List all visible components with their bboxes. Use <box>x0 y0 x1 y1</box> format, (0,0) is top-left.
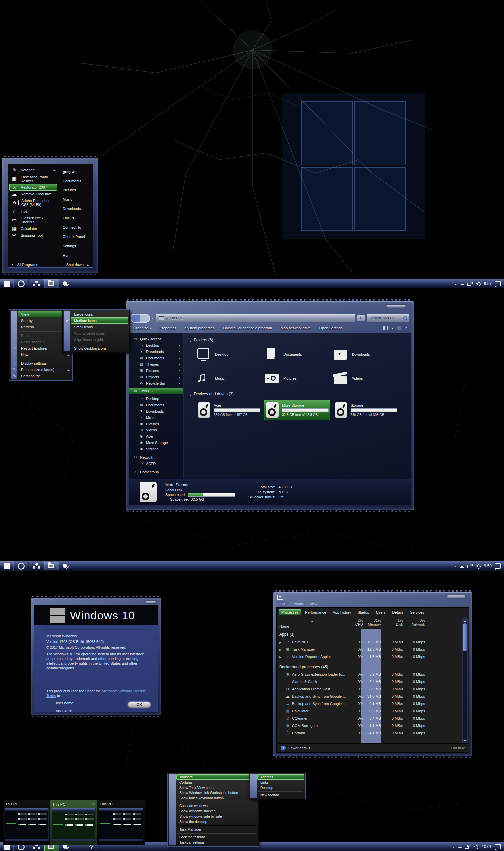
process-row[interactable]: ▦Calculator0%0.5 MB0 MB/s0 Mbps <box>280 707 462 715</box>
window-controls[interactable] <box>386 305 406 308</box>
taskbar-explorer-button[interactable] <box>44 279 58 288</box>
tray-expand-icon[interactable] <box>455 282 457 286</box>
start-item-photoshop[interactable]: PsAdobe Photoshop CS5 (64 Bit) <box>9 197 57 208</box>
process-row[interactable]: ◔Alarms & Clock0%0.4 MB0 MB/s0 Mbps <box>280 678 462 686</box>
process-row[interactable]: ▣Task Manager0%12.3 MB0 MB/s0 Mbps <box>280 645 462 653</box>
menu-item-task-manager[interactable]: Task Manager <box>176 827 257 832</box>
speaker-icon[interactable] <box>476 282 481 286</box>
refresh-button[interactable]: ↻ <box>358 315 365 321</box>
clock[interactable]: 9:59 <box>484 564 492 568</box>
folder-tile-documents[interactable]: Documents <box>264 346 332 363</box>
sidebar-network[interactable]: ⚇Network <box>129 454 183 460</box>
action-center-icon[interactable] <box>495 281 501 286</box>
taskbar-chrome-button[interactable] <box>14 562 29 570</box>
tab-app-history[interactable]: App history <box>330 609 354 615</box>
menu-item-touch-keyboard[interactable]: Show touch keyboard button <box>176 796 257 801</box>
menu-item-small-icons[interactable]: Small icons <box>71 324 128 330</box>
taskbar-app-button[interactable] <box>29 279 44 288</box>
open-settings-button[interactable]: Open Settings <box>319 326 343 330</box>
group-header-background[interactable]: Background processes (45) <box>280 663 462 671</box>
search-icon[interactable] <box>403 317 407 320</box>
menu-item-personalize[interactable]: ✎Personalize <box>18 373 71 379</box>
sidebar-network-acer[interactable]: ▭ACER <box>129 460 183 467</box>
ok-button[interactable]: OK <box>128 702 150 708</box>
onedrive-cloud-icon[interactable]: ☁ <box>460 564 465 569</box>
taskbar-chrome-button[interactable] <box>14 279 29 288</box>
start-item-calculator[interactable]: ▦Calculator <box>9 225 57 232</box>
process-row[interactable]: ☁Backup and Sync from Google ...0%0.1 MB… <box>280 700 462 707</box>
menu-item-lock-taskbar[interactable]: Lock the taskbar <box>176 834 257 840</box>
expand-arrow-icon[interactable] <box>280 640 285 644</box>
network-icon[interactable] <box>467 564 473 568</box>
drive-tile-acer[interactable]: Acer 334 GB free of 457 GB <box>196 400 262 420</box>
speaker-icon[interactable] <box>473 845 479 849</box>
tab-processes[interactable]: Processes <box>279 609 301 615</box>
menu-item-address[interactable]: Address <box>257 774 304 780</box>
column-name[interactable]: Name <box>280 624 289 628</box>
menu-item-new-toolbar[interactable]: New toolbar... <box>257 793 304 798</box>
start-item-glass2k[interactable]: ▭Glass2k.exe - Shortcut <box>9 215 57 225</box>
drive-tile-more-storage[interactable]: More Storage 32.5 GB free of 48.8 GB <box>264 400 330 420</box>
start-item-restorator[interactable]: ∞Restorator 2007 <box>9 184 57 191</box>
properties-button[interactable]: Properties <box>160 326 176 330</box>
taskbar-explorer-button[interactable] <box>44 562 58 570</box>
process-row[interactable]: CCCleaner0%3.4 MB0 MB/s0 Mbps <box>280 715 462 722</box>
folder-tile-desktop[interactable]: Desktop <box>196 346 264 363</box>
menu-item-taskbar-settings[interactable]: Taskbar settings <box>176 840 257 845</box>
clock[interactable]: 9:57 <box>484 281 492 286</box>
menu-item-stacked[interactable]: Show windows stacked <box>176 809 257 814</box>
menu-item-toolbars[interactable]: Toolbars <box>176 774 257 780</box>
onedrive-cloud-icon[interactable]: ☁ <box>460 281 465 286</box>
onedrive-cloud-icon[interactable]: ☁ <box>457 844 462 849</box>
start-place-documents[interactable]: Documents <box>63 176 90 185</box>
layout-view-icon[interactable] <box>383 326 389 331</box>
shut-down-button[interactable]: Shut down <box>67 263 89 267</box>
sidebar-pc-pictures[interactable]: ▣Pictures <box>129 421 183 427</box>
sidebar-item-desktop[interactable]: ▭Desktop <box>129 342 183 348</box>
menu-item-cascade[interactable]: Cascade windows <box>176 803 257 809</box>
menu-view[interactable]: View <box>307 602 320 606</box>
column-memory[interactable]: 31%Memory <box>361 618 381 626</box>
sidebar-item-downloads[interactable]: ▼Downloads <box>129 348 183 355</box>
menu-item-show-desktop[interactable]: Show the desktop <box>176 819 257 825</box>
folder-tile-pictures[interactable]: Pictures <box>264 370 332 387</box>
menu-item-desktop-toolbar[interactable]: Desktop <box>257 785 304 790</box>
map-network-drive-button[interactable]: Map network drive <box>281 326 311 330</box>
sidebar-pc-videos[interactable]: ◫Videos <box>129 427 183 433</box>
taskbar-thumbnail[interactable]: This PC <box>97 800 145 845</box>
breadcrumb[interactable]: This PC <box>170 316 183 320</box>
window-controls[interactable] <box>146 601 156 603</box>
address-bar[interactable]: This PC <box>156 314 355 322</box>
start-item-tips[interactable]: ☼Tips <box>9 208 57 215</box>
start-place-music[interactable]: Music <box>63 195 90 204</box>
process-row[interactable]: ⚙COM Surrogate0%1.1 MB0 MB/s0 Mbps <box>280 722 462 729</box>
menu-file[interactable]: File <box>277 601 288 607</box>
expand-arrow-icon[interactable] <box>280 647 285 651</box>
drives-group-header[interactable]: Devices and drives (3) <box>190 392 411 396</box>
layout-dropdown-icon[interactable] <box>392 326 393 330</box>
sidebar-quick-access[interactable]: ◷Quick access <box>129 336 183 342</box>
drive-tile-storage[interactable]: Storage 346 GB free of 393 GB <box>332 400 398 420</box>
group-header-apps[interactable]: Apps (3) <box>280 630 462 638</box>
sidebar-item-themes[interactable]: ▧Themes <box>129 361 183 367</box>
start-place-run[interactable]: Run... <box>63 251 90 260</box>
sidebar-pc-music[interactable]: ♪Music <box>129 414 183 421</box>
folders-group-header[interactable]: Folders (6) <box>190 338 411 342</box>
tab-services[interactable]: Services <box>407 609 427 615</box>
sidebar-pc-documents[interactable]: ▤Documents <box>129 402 183 408</box>
search-box[interactable]: Search This PC <box>367 314 409 322</box>
start-place-settings[interactable]: Settings <box>63 241 90 251</box>
column-network[interactable]: 0%Network <box>403 618 425 626</box>
sidebar-homegroup[interactable]: ⌂Homegroup <box>129 469 183 475</box>
sidebar-pc-downloads[interactable]: ▼Downloads <box>129 408 183 414</box>
process-row[interactable]: PPaint.NET0%70.3 MB0 MB/s0 Mbps <box>280 638 462 645</box>
start-item-remove-onedrive[interactable]: ☁Remove_OneDrive <box>9 191 57 197</box>
tab-performance[interactable]: Performance <box>302 609 328 615</box>
sidebar-pc-storage[interactable]: ◉Storage <box>129 446 183 452</box>
start-place-connect-to[interactable]: Connect To <box>63 223 90 232</box>
start-item-snipping[interactable]: ✂Snipping Tool <box>9 232 57 239</box>
scroll-up-icon[interactable]: ▲ <box>463 619 467 623</box>
sidebar-pc-desktop[interactable]: ▭Desktop <box>129 395 183 402</box>
scrollbar-thumb[interactable] <box>463 623 467 651</box>
sidebar-item-recycle-bin[interactable]: ♻Recycle Bin <box>129 380 183 386</box>
